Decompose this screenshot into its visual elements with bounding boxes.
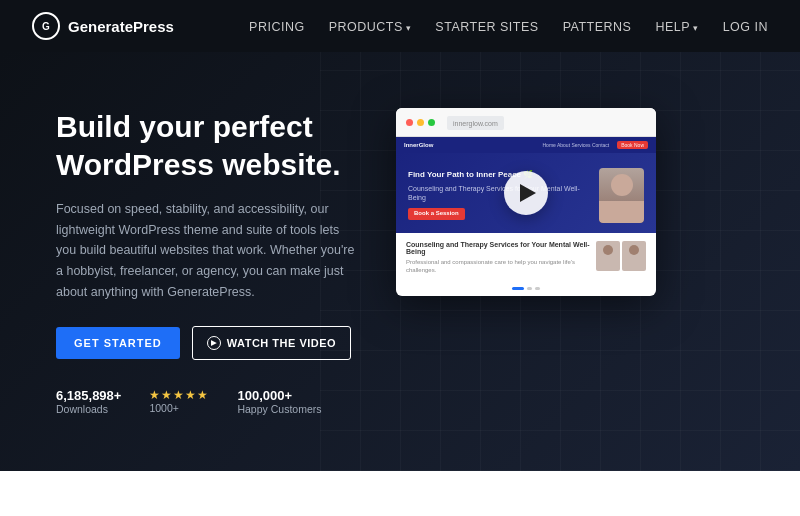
preview-banner-wrapper: Find Your Path to Inner Peace 🌿 Counseli… (396, 153, 656, 233)
preview-bottom-section: Counseling and Therapy Services for Your… (396, 233, 656, 283)
get-started-button[interactable]: GET STARTED (56, 327, 180, 359)
preview-text-block: Counseling and Therapy Services for Your… (406, 241, 590, 275)
preview-banner-text: Find Your Path to Inner Peace 🌿 Counseli… (408, 170, 591, 220)
stat-downloads-number: 6,185,898+ (56, 388, 121, 403)
hero-left: Build your perfect WordPress website. Fo… (56, 108, 356, 415)
play-button[interactable] (504, 171, 548, 215)
preview-card: innerglow.com InnerGlow Home About Servi… (396, 108, 656, 296)
nav-item-help[interactable]: HELP (655, 17, 698, 35)
nav-item-login[interactable]: LOG IN (723, 17, 768, 35)
hero-description: Focused on speed, stability, and accessi… (56, 199, 356, 302)
hero-buttons: GET STARTED ▶ WATCH THE VIDEO (56, 326, 356, 360)
watch-video-label: WATCH THE VIDEO (227, 337, 336, 349)
site-nav-bar: InnerGlow Home About Services Contact Bo… (396, 137, 656, 153)
preview-thumbnails (596, 241, 646, 275)
stat-rating-label: 1000+ (149, 402, 209, 414)
pagination-dot-1 (527, 287, 532, 290)
preview-thumb-2 (622, 241, 646, 271)
preview-face-image (599, 168, 644, 223)
second-section: Start your website today. Whether you ar… (0, 471, 800, 516)
dot-red (406, 119, 413, 126)
stat-downloads: 6,185,898+ Downloads (56, 388, 121, 415)
logo-icon: G (32, 12, 60, 40)
hero-stats: 6,185,898+ Downloads ★★★★★ 1000+ 100,000… (56, 388, 356, 415)
stat-downloads-label: Downloads (56, 403, 121, 415)
dot-yellow (417, 119, 424, 126)
navigation: G GeneratePress PRICING PRODUCTS STARTER… (0, 0, 800, 52)
stat-customers-label: Happy Customers (237, 403, 321, 415)
dot-green (428, 119, 435, 126)
hero-section: Build your perfect WordPress website. Fo… (0, 52, 800, 471)
logo[interactable]: G GeneratePress (32, 12, 174, 40)
star-rating: ★★★★★ (149, 388, 209, 402)
browser-address-bar: innerglow.com (447, 116, 504, 130)
preview-pagination (396, 283, 656, 296)
play-icon-small: ▶ (207, 336, 221, 350)
browser-chrome: innerglow.com (396, 108, 656, 137)
watch-video-button[interactable]: ▶ WATCH THE VIDEO (192, 326, 351, 360)
nav-item-products[interactable]: PRODUCTS (329, 17, 412, 35)
nav-item-starter[interactable]: STARTER SITES (435, 17, 538, 35)
stat-customers: 100,000+ Happy Customers (237, 388, 321, 415)
pagination-dot-2 (535, 287, 540, 290)
stat-rating: ★★★★★ 1000+ (149, 388, 209, 415)
pagination-dot-active (512, 287, 524, 290)
nav-item-pricing[interactable]: PRICING (249, 17, 305, 35)
hero-title: Build your perfect WordPress website. (56, 108, 356, 183)
logo-text: GeneratePress (68, 18, 174, 35)
hero-right: innerglow.com InnerGlow Home About Servi… (396, 108, 760, 296)
nav-item-patterns[interactable]: PATTERNS (563, 17, 632, 35)
stat-customers-number: 100,000+ (237, 388, 321, 403)
nav-links: PRICING PRODUCTS STARTER SITES PATTERNS … (249, 17, 768, 35)
play-triangle-icon (520, 184, 536, 202)
preview-thumb-1 (596, 241, 620, 271)
